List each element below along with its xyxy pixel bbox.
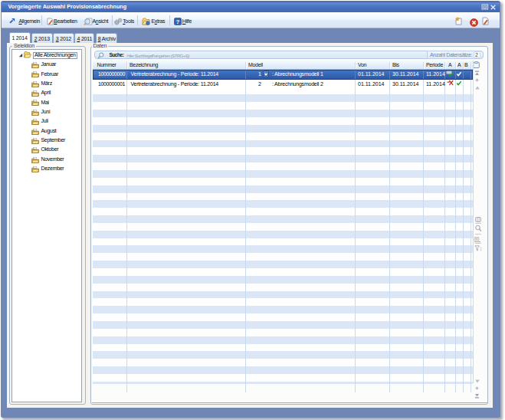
svg-text:?: ? [175, 18, 179, 25]
